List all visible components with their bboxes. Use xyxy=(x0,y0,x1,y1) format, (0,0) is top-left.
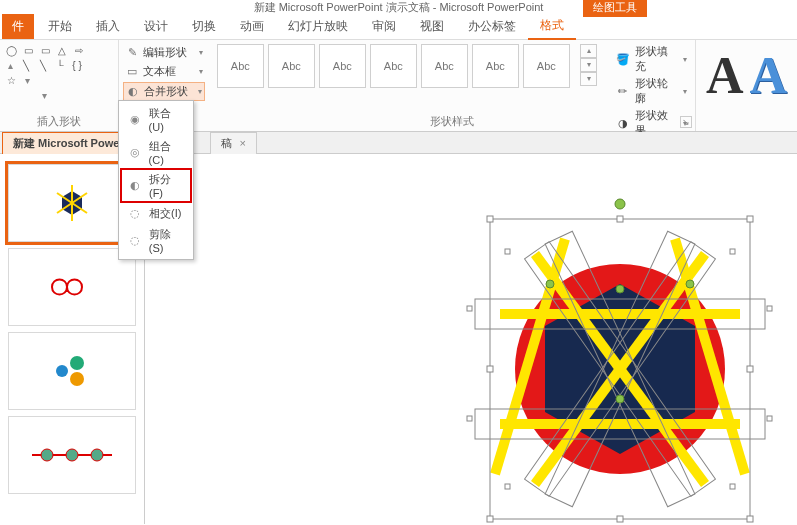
slide-thumb-3[interactable] xyxy=(8,332,136,410)
close-icon[interactable]: × xyxy=(239,137,245,149)
tab-home[interactable]: 开始 xyxy=(36,14,84,39)
text-box-button[interactable]: ▭ 文本框 ▾ xyxy=(123,63,204,80)
chevron-down-icon: ▾ xyxy=(199,48,203,57)
shape-line-icon[interactable]: ╲ xyxy=(19,59,33,71)
tab-office[interactable]: 办公标签 xyxy=(456,14,528,39)
svg-point-35 xyxy=(616,285,624,293)
shape-rect-icon[interactable]: ▭ xyxy=(21,44,35,56)
svg-point-36 xyxy=(616,395,624,403)
doc-tab-label-2: 稿 xyxy=(221,137,232,149)
svg-point-10 xyxy=(91,449,103,461)
shape-styles-launcher[interactable]: ↘ xyxy=(680,116,692,128)
merge-intersect-label: 相交(I) xyxy=(149,206,181,221)
shape-oval-icon[interactable]: ◯ xyxy=(4,44,18,56)
document-tab-active[interactable]: 新建 Microsoft Powe xyxy=(2,132,130,154)
slide-thumb-1[interactable] xyxy=(8,164,136,242)
gallery-up-icon[interactable]: ▴ xyxy=(4,59,16,71)
svg-rect-26 xyxy=(487,216,493,222)
svg-rect-43 xyxy=(505,249,510,254)
style-swatch-3[interactable]: Abc xyxy=(319,44,366,88)
svg-rect-39 xyxy=(467,306,472,311)
tab-view[interactable]: 视图 xyxy=(408,14,456,39)
shape-outline-label: 形状轮廓 xyxy=(635,76,677,106)
merge-combine-label: 组合(C) xyxy=(149,139,185,166)
svg-rect-30 xyxy=(617,216,623,222)
tab-review[interactable]: 审阅 xyxy=(360,14,408,39)
tab-transitions[interactable]: 切换 xyxy=(180,14,228,39)
shape-brace-icon[interactable]: { } xyxy=(70,59,84,71)
text-box-label: 文本框 xyxy=(143,64,176,79)
chevron-down-icon: ▾ xyxy=(683,55,687,64)
merge-shapes-label: 合并形状 xyxy=(144,84,188,99)
group-wordart: A A xyxy=(696,40,797,131)
shape-styles-gallery[interactable]: Abc Abc Abc Abc Abc Abc Abc xyxy=(217,44,570,88)
tab-insert[interactable]: 插入 xyxy=(84,14,132,39)
svg-rect-44 xyxy=(730,249,735,254)
wordart-style-a2[interactable]: A xyxy=(749,46,787,105)
slide-canvas[interactable] xyxy=(145,154,797,524)
svg-rect-28 xyxy=(487,516,493,522)
group-insert-shapes: ◯ ▭ ▭ △ ⇨ ▴ ╲ ╲ └ { } ☆ ▾ ▾ 插入形状 xyxy=(0,40,119,131)
shape-arrow-icon[interactable]: ⇨ xyxy=(72,44,86,56)
svg-rect-46 xyxy=(730,484,735,489)
styles-more-icon[interactable]: ▾ xyxy=(580,72,597,86)
styles-up-icon[interactable]: ▴ xyxy=(580,44,597,58)
shape-fill-label: 形状填充 xyxy=(635,44,677,74)
context-tab-drawing-tools: 绘图工具 xyxy=(583,0,647,17)
wordart-style-a1[interactable]: A xyxy=(706,46,744,105)
window-title: 新建 Microsoft PowerPoint 演示文稿 - Microsoft… xyxy=(254,0,544,15)
merge-subtract[interactable]: ◌ 剪除(S) xyxy=(121,224,191,257)
svg-point-8 xyxy=(41,449,53,461)
shape-triangle-icon[interactable]: △ xyxy=(55,44,69,56)
svg-point-34 xyxy=(615,199,625,209)
style-swatch-6[interactable]: Abc xyxy=(472,44,519,88)
shape-connector-icon[interactable]: └ xyxy=(53,59,67,71)
svg-point-4 xyxy=(70,356,84,370)
shape-star-icon[interactable]: ☆ xyxy=(4,74,18,86)
merge-fragment[interactable]: ◐ 拆分(F) xyxy=(121,169,191,202)
svg-rect-29 xyxy=(747,516,753,522)
shape-fill-button[interactable]: 🪣 形状填充 ▾ xyxy=(615,44,687,74)
styles-down-icon[interactable]: ▾ xyxy=(580,58,597,72)
gallery-more-icon[interactable]: ▾ xyxy=(38,89,50,101)
tab-design[interactable]: 设计 xyxy=(132,14,180,39)
edit-shape-label: 编辑形状 xyxy=(143,45,187,60)
subtract-icon: ◌ xyxy=(127,233,143,249)
merge-shapes-icon: ◐ xyxy=(126,85,140,99)
svg-point-6 xyxy=(70,372,84,386)
chevron-down-icon: ▾ xyxy=(683,87,687,96)
merge-subtract-label: 剪除(S) xyxy=(149,227,185,254)
merge-shapes-button[interactable]: ◐ 合并形状 ▾ xyxy=(123,82,204,101)
svg-rect-40 xyxy=(767,306,772,311)
merge-fragment-label: 拆分(F) xyxy=(149,172,185,199)
style-swatch-5[interactable]: Abc xyxy=(421,44,468,88)
doc-tab-label: 新建 Microsoft Powe xyxy=(13,137,119,149)
selected-shapes[interactable] xyxy=(405,194,797,524)
style-swatch-7[interactable]: Abc xyxy=(523,44,570,88)
slide-thumb-2[interactable] xyxy=(8,248,136,326)
style-swatch-4[interactable]: Abc xyxy=(370,44,417,88)
style-swatch-1[interactable]: Abc xyxy=(217,44,264,88)
file-tab[interactable]: 件 xyxy=(2,14,34,39)
shape-outline-button[interactable]: ✏ 形状轮廓 ▾ xyxy=(615,76,687,106)
intersect-icon: ◌ xyxy=(127,205,143,221)
svg-point-38 xyxy=(686,280,694,288)
slide-thumb-4[interactable] xyxy=(8,416,136,494)
shape-rect2-icon[interactable]: ▭ xyxy=(38,44,52,56)
shape-line2-icon[interactable]: ╲ xyxy=(36,59,50,71)
merge-intersect[interactable]: ◌ 相交(I) xyxy=(121,202,191,224)
merge-union[interactable]: ◉ 联合(U) xyxy=(121,103,191,136)
style-swatch-2[interactable]: Abc xyxy=(268,44,315,88)
tab-slideshow[interactable]: 幻灯片放映 xyxy=(276,14,360,39)
shapes-gallery[interactable]: ◯ ▭ ▭ △ ⇨ ▴ ╲ ╲ └ { } ☆ ▾ ▾ xyxy=(4,44,90,101)
gallery-down-icon[interactable]: ▾ xyxy=(21,74,33,86)
document-tab-inactive[interactable]: 稿 × xyxy=(210,132,257,154)
tab-animations[interactable]: 动画 xyxy=(228,14,276,39)
merge-union-label: 联合(U) xyxy=(149,106,185,133)
outline-pen-icon: ✏ xyxy=(615,83,630,99)
styles-gallery-more[interactable]: ▴ ▾ ▾ xyxy=(580,44,597,86)
ribbon-tabs: 件 开始 插入 设计 切换 动画 幻灯片放映 审阅 视图 办公标签 格式 xyxy=(0,14,797,40)
merge-combine[interactable]: ◎ 组合(C) xyxy=(121,136,191,169)
tab-format[interactable]: 格式 xyxy=(528,13,576,40)
edit-shape-button[interactable]: ✎ 编辑形状 ▾ xyxy=(123,44,204,61)
